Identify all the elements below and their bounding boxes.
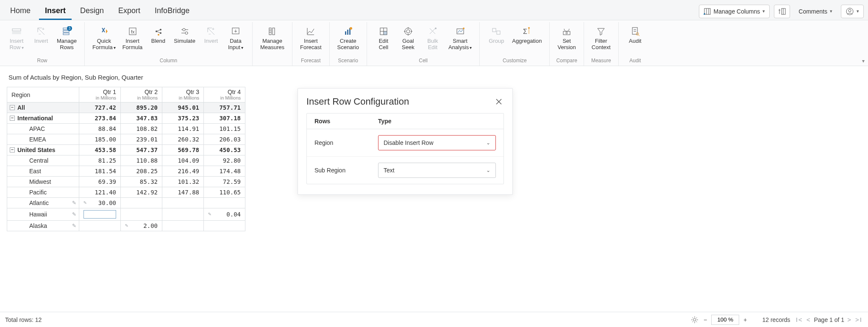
data-cell[interactable]: ✎0.04 [204,208,245,221]
ribbon-insert-forecast-button[interactable]: InsertForecast [298,24,324,53]
data-cell[interactable]: 108.82 [121,124,162,134]
collapse-toggle[interactable] [10,147,15,152]
zoom-in-button[interactable]: + [741,316,749,324]
data-cell[interactable]: 208.25 [121,166,162,177]
table-row[interactable]: Alaska✎✎2.00 [7,221,245,231]
data-cell[interactable] [204,198,245,208]
ribbon-manage-rows-button[interactable]: 3ManageRows [54,24,79,53]
row-label-cell[interactable]: Atlantic✎ [7,198,79,208]
data-cell[interactable]: 757.71 [204,103,245,113]
data-cell[interactable]: 216.49 [162,166,204,177]
row-label-cell[interactable]: EMEA [7,134,79,145]
ribbon-goal-seek-button[interactable]: GoalSeek [397,24,420,53]
table-row[interactable]: EMEA185.00239.01260.32206.03 [7,134,245,145]
data-cell[interactable]: 101.15 [204,124,245,134]
data-cell[interactable]: 375.23 [162,113,204,124]
row-label-cell[interactable]: Alaska✎ [7,221,79,231]
data-cell[interactable]: 69.39 [79,177,121,187]
manage-columns-button[interactable]: Manage Columns ▾ [699,5,770,18]
ribbon-smart-analysis-button[interactable]: SmartAnalysis▾ [446,24,474,53]
ribbon-edit-cell-button[interactable]: EditCell [372,24,395,53]
table-row[interactable]: Pacific121.40142.92147.88110.65 [7,187,245,198]
tab-insert[interactable]: Insert [39,3,72,20]
collapse-toggle[interactable] [10,105,15,110]
ribbon-set-version-button[interactable]: SetVersion [555,24,578,53]
col-header-region[interactable]: Region [7,87,79,103]
data-cell[interactable]: 92.80 [204,155,245,166]
data-cell[interactable] [79,208,121,221]
table-row[interactable]: Hawaii✎✎0.04 [7,208,245,221]
data-cell[interactable] [79,221,121,231]
data-cell[interactable]: 147.88 [162,187,204,198]
zoom-input[interactable] [711,315,739,325]
data-cell[interactable]: 895.20 [121,103,162,113]
row-label-cell[interactable]: Central [7,155,79,166]
table-row[interactable]: Central81.25110.88104.0992.80 [7,155,245,166]
data-cell[interactable]: 142.92 [121,187,162,198]
data-cell[interactable]: 273.84 [79,113,121,124]
data-cell[interactable]: 307.18 [204,113,245,124]
data-cell[interactable]: 110.65 [204,187,245,198]
active-cell-input[interactable] [83,210,116,219]
data-cell[interactable]: 945.01 [162,103,204,113]
col-header-q2[interactable]: Qtr 2in Millions [121,87,162,103]
tab-design[interactable]: Design [74,3,110,20]
row-label-cell[interactable]: International [7,113,79,124]
data-cell[interactable] [162,198,204,208]
table-row[interactable]: International273.84347.83375.23307.18 [7,113,245,124]
ribbon-audit-button[interactable]: Audit [624,24,647,53]
data-cell[interactable] [121,208,162,221]
data-cell[interactable]: 727.42 [79,103,121,113]
data-cell[interactable]: ✎30.00 [79,198,121,208]
pager-first-button[interactable]: I< [796,316,804,323]
panel-row-subregion-select[interactable]: Text ⌄ [378,163,496,178]
ribbon-aggregation-button[interactable]: ΣAggregation [509,24,544,53]
panel-close-button[interactable] [494,97,504,107]
pager-prev-button[interactable]: < [806,316,812,323]
ribbon-manage-measures-button[interactable]: ManageMeasures [258,24,287,53]
row-label-cell[interactable]: Pacific [7,187,79,198]
ribbon-blend-button[interactable]: Blend [147,24,170,53]
data-cell[interactable]: 81.25 [79,155,121,166]
add-comment-button[interactable] [774,5,790,18]
data-cell[interactable]: 206.03 [204,134,245,145]
pager-next-button[interactable]: > [847,316,852,323]
col-header-q1[interactable]: Qtr 1in Millions [79,87,121,103]
data-cell[interactable]: 104.09 [162,155,204,166]
col-header-q4[interactable]: Qtr 4in Millions [204,87,245,103]
data-cell[interactable] [162,221,204,231]
data-cell[interactable]: 114.91 [162,124,204,134]
data-cell[interactable]: 174.48 [204,166,245,177]
data-cell[interactable] [121,198,162,208]
table-row[interactable]: United States453.58547.37569.78450.53 [7,145,245,155]
row-label-cell[interactable]: APAC [7,124,79,134]
zoom-out-button[interactable]: − [701,316,709,324]
profile-button[interactable]: ▾ [841,5,864,18]
data-cell[interactable]: 85.32 [121,177,162,187]
tab-export[interactable]: Export [112,3,146,20]
data-cell[interactable]: 121.40 [79,187,121,198]
tab-home[interactable]: Home [4,3,36,20]
ribbon-filter-context-button[interactable]: FilterContext [589,24,613,53]
table-row[interactable]: All727.42895.20945.01757.71 [7,103,245,113]
data-cell[interactable]: ✎2.00 [121,221,162,231]
data-cell[interactable]: 239.01 [121,134,162,145]
data-cell[interactable]: 347.83 [121,113,162,124]
table-row[interactable]: Midwest69.3985.32101.3272.59 [7,177,245,187]
data-cell[interactable]: 110.88 [121,155,162,166]
data-cell[interactable]: 101.32 [162,177,204,187]
data-cell[interactable]: 569.78 [162,145,204,155]
data-cell[interactable] [204,221,245,231]
comments-button[interactable]: Comments ▾ [794,5,837,18]
ribbon-create-scenario-button[interactable]: CreateScenario [335,24,362,53]
data-cell[interactable]: 72.59 [204,177,245,187]
tab-infobridge[interactable]: InfoBridge [149,3,195,20]
row-label-cell[interactable]: All [7,103,79,113]
row-label-cell[interactable]: Midwest [7,177,79,187]
data-cell[interactable]: 453.58 [79,145,121,155]
table-row[interactable]: Atlantic✎✎30.00 [7,198,245,208]
pager-last-button[interactable]: >I [855,316,863,323]
data-cell[interactable] [162,208,204,221]
data-cell[interactable]: 450.53 [204,145,245,155]
ribbon-quick-formula-button[interactable]: QuickFormula▾ [90,24,118,53]
